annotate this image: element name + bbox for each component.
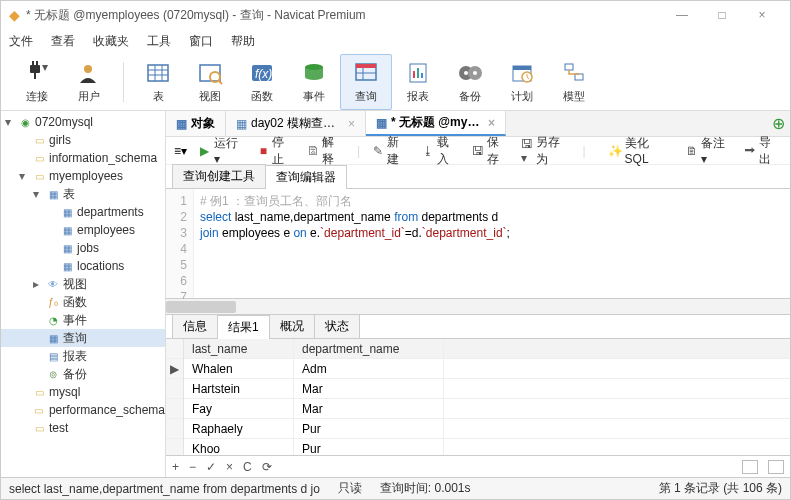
row-selector[interactable] — [166, 379, 183, 399]
cell[interactable]: Mar — [294, 379, 444, 398]
cell[interactable]: Adm — [294, 359, 444, 378]
cell[interactable]: Pur — [294, 439, 444, 455]
toolbar-user[interactable]: 用户 — [63, 54, 115, 110]
row-selector[interactable] — [166, 399, 183, 419]
col-last_name[interactable]: last_name — [184, 339, 294, 358]
tab-close-icon[interactable]: × — [488, 116, 495, 130]
expand-arrow[interactable]: ▾ — [33, 187, 43, 201]
tree-函数[interactable]: ƒ₀函数 — [1, 293, 165, 311]
col-department_name[interactable]: department_name — [294, 339, 444, 358]
cell[interactable]: Fay — [184, 399, 294, 418]
tree-performance_schema[interactable]: ▭performance_schema — [1, 401, 165, 419]
minimize-button[interactable]: — — [662, 1, 702, 29]
doc-tab-1[interactable]: ▦day02 模糊查询 @myemployees...× — [226, 111, 366, 136]
sql-editor[interactable]: 1234567 # 例1 ：查询员工名、部门名 select last_name… — [166, 189, 790, 299]
gridnav-✓[interactable]: ✓ — [206, 460, 216, 474]
tree-表[interactable]: ▾▦表 — [1, 185, 165, 203]
tree-视图[interactable]: ▸👁视图 — [1, 275, 165, 293]
subtab-0[interactable]: 查询创建工具 — [172, 164, 266, 188]
cell[interactable]: Raphaely — [184, 419, 294, 438]
result-tab-1[interactable]: 结果1 — [217, 315, 270, 339]
grid-view-btn[interactable] — [742, 460, 758, 474]
table-row[interactable]: RaphaelyPur — [184, 419, 790, 439]
tree-mysql[interactable]: ▭mysql — [1, 383, 165, 401]
gridnav-C[interactable]: C — [243, 460, 252, 474]
result-tab-0[interactable]: 信息 — [172, 314, 218, 338]
toolbar-event[interactable]: 事件 — [288, 54, 340, 110]
doc-tab-0[interactable]: ▦对象 — [166, 111, 226, 136]
tab-close-icon[interactable]: × — [348, 117, 355, 131]
tree-locations[interactable]: ▦locations — [1, 257, 165, 275]
row-selector[interactable] — [166, 419, 183, 439]
qbtn-解释[interactable]: 🖺解释 — [307, 134, 345, 168]
expand-arrow[interactable]: ▾ — [5, 115, 15, 129]
cell[interactable]: Khoo — [184, 439, 294, 455]
qbtn-保存[interactable]: 🖫保存 — [472, 134, 510, 168]
cell[interactable]: Pur — [294, 419, 444, 438]
tree-备份[interactable]: ⊚备份 — [1, 365, 165, 383]
expand-arrow[interactable]: ▸ — [33, 277, 43, 291]
tree-employees[interactable]: ▦employees — [1, 221, 165, 239]
tree-报表[interactable]: ▤报表 — [1, 347, 165, 365]
toolbar-report[interactable]: 报表 — [392, 54, 444, 110]
new-tab-button[interactable]: ⊕ — [766, 111, 790, 136]
form-view-btn[interactable] — [768, 460, 784, 474]
toolbar-plug[interactable]: ▾连接 — [11, 54, 63, 110]
qbtn-新建[interactable]: ✎新建 — [372, 134, 410, 168]
menu-4[interactable]: 窗口 — [189, 33, 213, 50]
object-tree[interactable]: ▾◉0720mysql▭girls▭information_schema▾▭my… — [1, 111, 166, 477]
cell[interactable]: Mar — [294, 399, 444, 418]
expand-arrow[interactable]: ▾ — [19, 169, 29, 183]
tree-查询[interactable]: ▦查询 — [1, 329, 165, 347]
menu-5[interactable]: 帮助 — [231, 33, 255, 50]
tree-jobs[interactable]: ▦jobs — [1, 239, 165, 257]
row-selector[interactable]: ▶ — [166, 359, 183, 379]
menu-0[interactable]: 文件 — [9, 33, 33, 50]
cell[interactable]: Hartstein — [184, 379, 294, 398]
subtab-1[interactable]: 查询编辑器 — [265, 165, 347, 189]
close-button[interactable]: × — [742, 1, 782, 29]
toolbar-view[interactable]: 视图 — [184, 54, 236, 110]
tree-girls[interactable]: ▭girls — [1, 131, 165, 149]
row-selector[interactable] — [166, 439, 183, 455]
tree-事件[interactable]: ◔事件 — [1, 311, 165, 329]
maximize-button[interactable]: □ — [702, 1, 742, 29]
table-row[interactable]: HartsteinMar — [184, 379, 790, 399]
table-row[interactable]: WhalenAdm — [184, 359, 790, 379]
cell[interactable]: Whalen — [184, 359, 294, 378]
toolbar-schedule[interactable]: 计划 — [496, 54, 548, 110]
editor-hscrollbar[interactable] — [166, 299, 790, 315]
tree-departments[interactable]: ▦departments — [1, 203, 165, 221]
qbtn-另存为[interactable]: 🖫▾另存为 — [521, 134, 570, 168]
qbtn-停止[interactable]: ■停止 — [258, 134, 296, 168]
qbtn-运行 ▾[interactable]: ▶运行 ▾ — [199, 135, 246, 166]
grid-body[interactable]: last_namedepartment_nameWhalenAdmHartste… — [184, 339, 790, 455]
toolbar-backup[interactable]: 备份 — [444, 54, 496, 110]
qbtn-载入[interactable]: ⭳载入 — [422, 134, 460, 168]
toolbar-model[interactable]: 模型 — [548, 54, 600, 110]
menu-3[interactable]: 工具 — [147, 33, 171, 50]
tree-0720mysql[interactable]: ▾◉0720mysql — [1, 113, 165, 131]
result-tab-3[interactable]: 状态 — [314, 314, 360, 338]
tree-information_schema[interactable]: ▭information_schema — [1, 149, 165, 167]
result-tab-2[interactable]: 概况 — [269, 314, 315, 338]
code-area[interactable]: # 例1 ：查询员工名、部门名 select last_name,departm… — [194, 189, 790, 298]
result-grid[interactable]: ▶ last_namedepartment_nameWhalenAdmHarts… — [166, 339, 790, 455]
tree-test[interactable]: ▭test — [1, 419, 165, 437]
tree-myemployees[interactable]: ▾▭myemployees — [1, 167, 165, 185]
toolbar-table[interactable]: 表 — [132, 54, 184, 110]
menu-1[interactable]: 查看 — [51, 33, 75, 50]
toolbar-fx[interactable]: f(x)函数 — [236, 54, 288, 110]
gridnav-+[interactable]: + — [172, 460, 179, 474]
menu-2[interactable]: 收藏夹 — [93, 33, 129, 50]
gridnav-⟳[interactable]: ⟳ — [262, 460, 272, 474]
qbtn-备注 ▾[interactable]: 🗎备注 ▾ — [686, 135, 733, 166]
qbtn-导出[interactable]: ⮕导出 — [744, 134, 782, 168]
table-row[interactable]: KhooPur — [184, 439, 790, 455]
table-row[interactable]: FayMar — [184, 399, 790, 419]
gridnav-−[interactable]: − — [189, 460, 196, 474]
qtoolbar-menu[interactable]: ≡▾ — [174, 144, 187, 158]
qbtn-美化 SQL[interactable]: ✨美化 SQL — [610, 135, 674, 166]
doc-tab-2[interactable]: ▦* 无标题 @myemployees (07...× — [366, 111, 506, 136]
gridnav-×[interactable]: × — [226, 460, 233, 474]
